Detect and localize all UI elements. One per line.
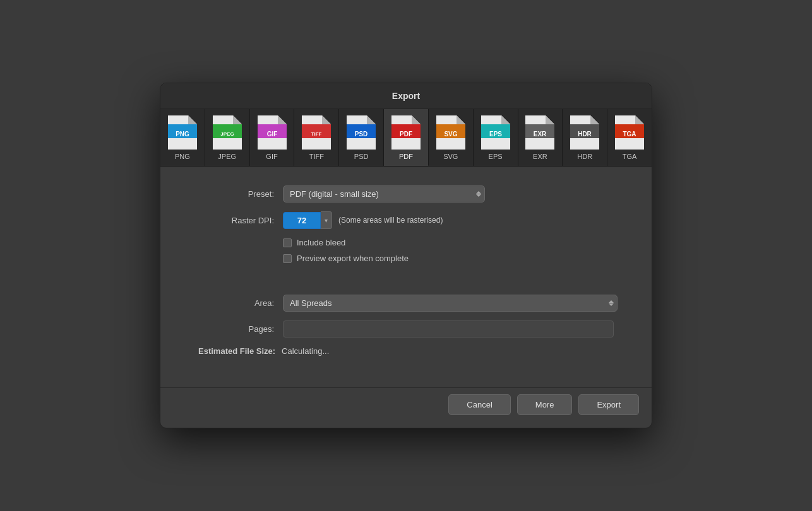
svg-text:TGA: TGA xyxy=(623,131,636,138)
dpi-input-wrap: ▾ xyxy=(283,211,332,229)
format-tab-psd[interactable]: PSDPSD xyxy=(339,109,384,166)
dpi-wrapper: ▾ (Some areas will be rasterised) xyxy=(283,211,443,229)
estimated-size-label: Estimated File Size: xyxy=(198,346,275,356)
export-button[interactable]: Export xyxy=(578,394,639,415)
preset-select-wrapper: PDF (digital - small size)PDF (print)PDF… xyxy=(283,185,485,203)
format-tab-eps[interactable]: EPSEPS xyxy=(474,109,518,166)
dialog-content: Preset: PDF (digital - small size)PDF (p… xyxy=(160,167,652,381)
preset-select[interactable]: PDF (digital - small size)PDF (print)PDF… xyxy=(283,185,485,203)
format-tab-label-svg: SVG xyxy=(443,153,458,160)
include-bleed-checkbox[interactable] xyxy=(283,238,292,247)
include-bleed-row: Include bleed xyxy=(283,238,614,247)
format-tab-hdr[interactable]: HDRHDR xyxy=(563,109,607,166)
format-tab-label-jpeg: JPEG xyxy=(218,153,236,160)
svg-marker-17 xyxy=(367,115,376,124)
format-tab-label-png: PNG xyxy=(175,153,190,160)
tga-icon: TGA xyxy=(615,115,644,150)
preview-export-checkbox[interactable] xyxy=(283,254,292,263)
svg-text:TIFF: TIFF xyxy=(311,131,322,137)
raster-dpi-label: Raster DPI: xyxy=(198,216,274,225)
filesize-row: Estimated File Size: Calculating... xyxy=(198,346,614,356)
tiff-icon: TIFF xyxy=(302,115,331,150)
pages-row: Pages: xyxy=(198,320,614,338)
preset-label: Preset: xyxy=(198,189,274,199)
svg-marker-13 xyxy=(322,115,331,124)
svg-marker-37 xyxy=(590,115,599,124)
svg-marker-9 xyxy=(278,115,287,124)
svg-marker-25 xyxy=(457,115,465,124)
preview-export-label: Preview export when complete xyxy=(297,254,409,263)
format-tab-png[interactable]: PNGPNG xyxy=(160,109,205,166)
svg-marker-29 xyxy=(501,115,510,124)
svg-icon: SVG xyxy=(436,115,465,150)
pages-input[interactable] xyxy=(283,320,614,338)
area-select-wrapper: All SpreadsSelectionCurrent Page xyxy=(283,295,618,312)
svg-marker-5 xyxy=(233,115,242,124)
svg-text:PNG: PNG xyxy=(176,131,189,138)
dialog-buttons: Cancel More Export xyxy=(160,387,652,428)
svg-text:SVG: SVG xyxy=(444,131,457,138)
pages-label: Pages: xyxy=(198,324,274,334)
svg-text:HDR: HDR xyxy=(578,131,592,138)
estimated-size-value: Calculating... xyxy=(282,346,329,356)
format-tab-jpeg[interactable]: JPEGJPEG xyxy=(205,109,250,166)
eps-icon: EPS xyxy=(481,115,510,150)
preview-export-row: Preview export when complete xyxy=(283,254,614,263)
dpi-dropdown-button[interactable]: ▾ xyxy=(321,211,332,229)
format-tab-tga[interactable]: TGATGA xyxy=(607,109,652,166)
format-tab-pdf[interactable]: PDFPDF xyxy=(384,109,429,167)
hdr-icon: HDR xyxy=(570,115,599,150)
format-tabs: PNGPNGJPEGJPEGGIFGIFTIFFTIFFPSDPSDPDFPDF… xyxy=(160,109,652,167)
svg-text:JPEG: JPEG xyxy=(220,131,234,137)
png-icon: PNG xyxy=(168,115,197,150)
dialog-title: Export xyxy=(160,83,652,109)
format-tab-exr[interactable]: EXREXR xyxy=(518,109,563,166)
format-tab-label-hdr: HDR xyxy=(577,153,592,160)
format-tab-label-eps: EPS xyxy=(489,153,503,160)
format-tab-label-tga: TGA xyxy=(623,153,637,160)
dpi-input[interactable] xyxy=(283,212,321,229)
area-row: Area: All SpreadsSelectionCurrent Page xyxy=(198,295,614,312)
jpeg-icon: JPEG xyxy=(213,115,242,150)
svg-text:GIF: GIF xyxy=(266,131,277,138)
gif-icon: GIF xyxy=(258,115,287,150)
svg-text:PSD: PSD xyxy=(355,131,368,138)
cancel-button[interactable]: Cancel xyxy=(448,394,510,415)
svg-marker-1 xyxy=(188,115,197,124)
raster-dpi-note: (Some areas will be rasterised) xyxy=(338,216,443,225)
format-tab-label-exr: EXR xyxy=(533,153,547,160)
include-bleed-label: Include bleed xyxy=(297,238,345,247)
raster-dpi-row: Raster DPI: ▾ (Some areas will be raster… xyxy=(198,211,614,229)
format-tab-tiff[interactable]: TIFFTIFF xyxy=(294,109,339,166)
format-tab-svg[interactable]: SVGSVG xyxy=(429,109,474,166)
exr-icon: EXR xyxy=(525,115,554,150)
svg-marker-33 xyxy=(546,115,554,124)
svg-marker-41 xyxy=(635,115,644,124)
area-select[interactable]: All SpreadsSelectionCurrent Page xyxy=(283,295,618,312)
area-label: Area: xyxy=(198,298,274,308)
format-tab-label-tiff: TIFF xyxy=(309,153,324,160)
more-button[interactable]: More xyxy=(517,394,573,415)
format-tab-label-gif: GIF xyxy=(266,153,277,160)
svg-text:EXR: EXR xyxy=(534,131,547,138)
format-tab-label-pdf: PDF xyxy=(399,153,413,160)
svg-text:EPS: EPS xyxy=(489,131,502,138)
svg-text:PDF: PDF xyxy=(400,131,412,138)
psd-icon: PSD xyxy=(347,115,376,150)
preset-row: Preset: PDF (digital - small size)PDF (p… xyxy=(198,185,614,203)
svg-marker-21 xyxy=(412,115,421,124)
export-dialog: Export PNGPNGJPEGJPEGGIFGIFTIFFTIFFPSDPS… xyxy=(160,83,652,428)
format-tab-label-psd: PSD xyxy=(354,153,369,160)
format-tab-gif[interactable]: GIFGIF xyxy=(250,109,295,166)
pdf-icon: PDF xyxy=(391,115,421,150)
